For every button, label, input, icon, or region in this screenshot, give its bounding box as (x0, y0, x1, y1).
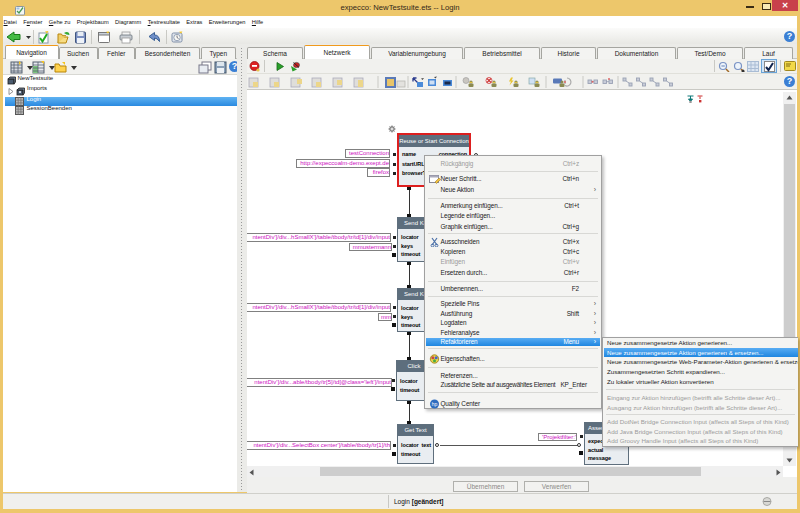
svg-text:hp: hp (432, 401, 438, 407)
